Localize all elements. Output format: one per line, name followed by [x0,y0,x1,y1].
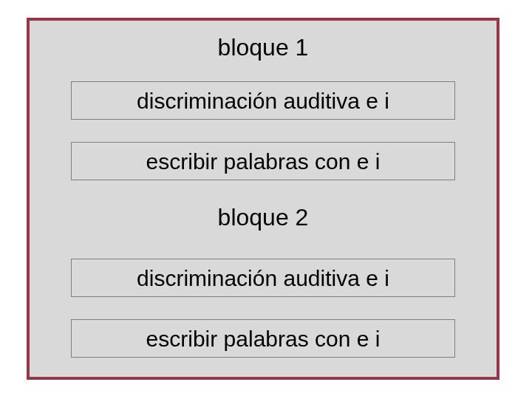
block1-activity-discrimination[interactable]: discriminación auditiva e i [71,81,455,120]
block2-activity-write-words[interactable]: escribir palabras con e i [71,319,455,358]
block2-activity-discrimination[interactable]: discriminación auditiva e i [71,259,455,297]
block1-heading: bloque 1 [30,34,497,61]
block1-activity-write-words[interactable]: escribir palabras con e i [71,142,455,180]
block2-heading: bloque 2 [30,204,497,231]
menu-panel: bloque 1 discriminación auditiva e i esc… [27,18,499,380]
